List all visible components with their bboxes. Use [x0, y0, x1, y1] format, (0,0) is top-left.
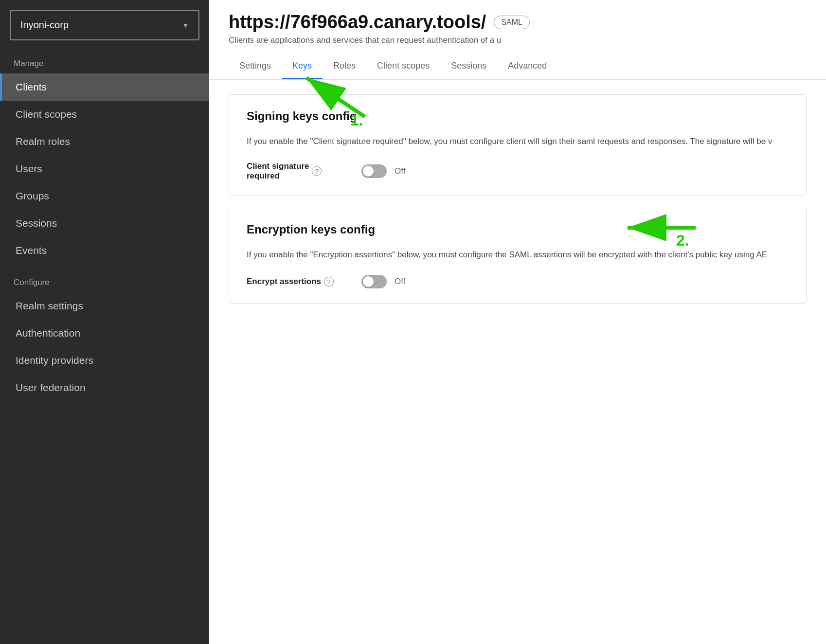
sidebar-item-label: Groups — [16, 190, 49, 202]
toggle-thumb — [363, 166, 374, 177]
tab-roles[interactable]: Roles — [323, 54, 366, 79]
sidebar-item-label: Authentication — [16, 327, 80, 339]
sidebar-item-authentication[interactable]: Authentication — [0, 320, 209, 347]
client-signature-toggle-label: Off — [395, 166, 405, 176]
page-subtitle: Clients are applications and services th… — [229, 36, 807, 45]
tab-sessions[interactable]: Sessions — [440, 54, 497, 79]
sidebar-item-realm-roles[interactable]: Realm roles — [0, 128, 209, 155]
sidebar-item-realm-settings[interactable]: Realm settings — [0, 292, 209, 320]
sidebar-item-identity-providers[interactable]: Identity providers — [0, 347, 209, 374]
client-signature-label-text: Client signaturerequired — [247, 161, 309, 181]
manage-section-label: Manage — [0, 45, 209, 73]
sidebar-item-client-scopes[interactable]: Client scopes — [0, 101, 209, 128]
sidebar-item-label: User federation — [16, 382, 86, 394]
sidebar-item-label: Identity providers — [16, 355, 93, 366]
encrypt-assertions-row: Encrypt assertions ? Off — [247, 275, 789, 288]
encryption-keys-description: If you enable the "Encryption assertions… — [247, 248, 789, 261]
sidebar-item-sessions[interactable]: Sessions — [0, 210, 209, 237]
main-content: 1. 2. https://76f966a9.canary.tools/ SAM… — [209, 0, 826, 644]
chevron-down-icon: ▼ — [182, 21, 189, 29]
encryption-keys-title: Encryption keys config — [247, 223, 789, 236]
toggle-track — [361, 164, 387, 178]
org-selector[interactable]: Inyoni-corp ▼ — [10, 10, 199, 40]
tabs: Settings Keys Roles Client scopes Sessio… — [229, 54, 807, 79]
sidebar-item-users[interactable]: Users — [0, 155, 209, 182]
encryption-keys-card: Encryption keys config If you enable the… — [229, 208, 807, 304]
tab-keys[interactable]: Keys — [282, 54, 323, 79]
org-name: Inyoni-corp — [20, 19, 69, 31]
encrypt-assertions-label-text: Encrypt assertions — [247, 277, 321, 286]
client-signature-toggle[interactable] — [361, 164, 387, 178]
tab-client-scopes[interactable]: Client scopes — [366, 54, 440, 79]
client-signature-label: Client signaturerequired ? — [247, 161, 354, 181]
sidebar-item-clients[interactable]: Clients — [0, 73, 209, 101]
signing-keys-card: Signing keys config If you enable the "C… — [229, 94, 807, 196]
signing-keys-description: If you enable the "Client signature requ… — [247, 135, 789, 148]
encrypt-assertions-toggle-label: Off — [395, 277, 405, 286]
page-title: https://76f966a9.canary.tools/ — [229, 12, 486, 33]
tab-advanced[interactable]: Advanced — [497, 54, 557, 79]
signing-keys-title: Signing keys config — [247, 109, 789, 123]
sidebar-item-label: Events — [16, 245, 47, 256]
sidebar-item-label: Client scopes — [16, 108, 77, 120]
encrypt-assertions-help-icon[interactable]: ? — [324, 277, 334, 286]
sidebar-item-groups[interactable]: Groups — [0, 182, 209, 210]
sidebar-item-label: Realm roles — [16, 136, 70, 147]
saml-badge: SAML — [494, 16, 530, 29]
toggle-thumb-2 — [363, 276, 374, 287]
encrypt-assertions-toggle[interactable] — [361, 275, 387, 288]
sidebar: Inyoni-corp ▼ Manage Clients Client scop… — [0, 0, 209, 644]
main-body: Signing keys config If you enable the "C… — [209, 80, 826, 644]
client-signature-help-icon[interactable]: ? — [312, 166, 322, 176]
sidebar-item-label: Sessions — [16, 217, 57, 229]
encrypt-assertions-label: Encrypt assertions ? — [247, 277, 354, 286]
tab-settings[interactable]: Settings — [229, 54, 282, 79]
toggle-track-2 — [361, 275, 387, 288]
configure-section-label: Configure — [0, 264, 209, 292]
sidebar-item-label: Clients — [16, 81, 47, 93]
sidebar-item-events[interactable]: Events — [0, 237, 209, 264]
client-signature-row: Client signaturerequired ? Off — [247, 161, 789, 181]
sidebar-item-label: Users — [16, 163, 42, 175]
sidebar-item-label: Realm settings — [16, 300, 83, 312]
page-header: https://76f966a9.canary.tools/ SAML Clie… — [209, 0, 826, 80]
sidebar-item-user-federation[interactable]: User federation — [0, 374, 209, 401]
